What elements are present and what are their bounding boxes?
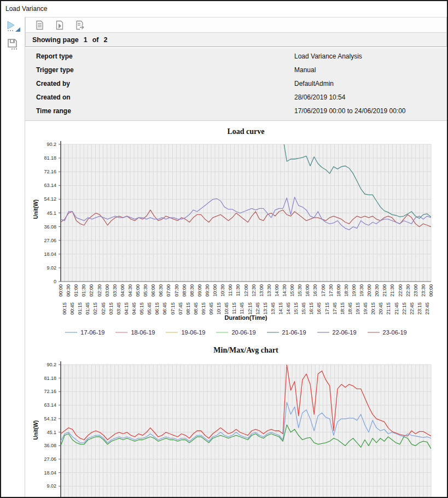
y-tick-label: 36.08 xyxy=(44,443,56,448)
x-tick-label: 18:45 xyxy=(347,302,353,315)
run-button[interactable] xyxy=(54,19,66,31)
y-tick-label: 81.18 xyxy=(44,155,56,161)
report-metadata: Report type Load Variance Analysis Trigg… xyxy=(25,48,447,121)
load-curve-chart: 90.281.1872.1663.1454.1245.136.0827.0618… xyxy=(25,123,446,326)
x-tick-label: 04:45 xyxy=(131,302,137,315)
x-tick-label: 00:30 xyxy=(66,284,71,297)
x-tick-label: 18:15 xyxy=(340,302,345,315)
x-tick-label: 09:15 xyxy=(201,302,206,315)
x-tick-label: 11:30 xyxy=(235,284,241,296)
legend-swatch xyxy=(317,332,329,333)
x-tick-label: 08:45 xyxy=(193,302,199,315)
x-tick-label: 19:30 xyxy=(359,284,364,297)
x-tick-label: 19:15 xyxy=(355,302,360,315)
legend-swatch xyxy=(115,332,127,333)
x-tick-label: 13:00 xyxy=(259,284,264,297)
page-current: 1 xyxy=(84,36,88,44)
y-tick-label: 72.16 xyxy=(44,169,56,174)
x-tick-label: 14:15 xyxy=(278,302,283,315)
x-tick-label: 06:30 xyxy=(158,284,164,297)
x-tick-label: 15:45 xyxy=(301,302,306,315)
x-tick-label: 17:00 xyxy=(321,284,326,297)
x-tick-label: 15:30 xyxy=(297,284,302,297)
window-title: Load Variance xyxy=(1,1,447,17)
x-tick-label: 10:15 xyxy=(216,302,222,315)
legend-item: 23-06-19 xyxy=(368,329,407,336)
meta-row-created-by: Created by DefaultAdmin xyxy=(25,77,447,91)
save-icon xyxy=(7,38,19,50)
x-tick-label: 18:30 xyxy=(344,284,349,297)
x-tick-label: 17:30 xyxy=(328,284,334,297)
report-body: 90.281.1872.1663.1454.1245.136.0827.0618… xyxy=(25,121,447,497)
y-tick-label: 72.16 xyxy=(44,389,56,394)
legend-item: 21-06-19 xyxy=(267,329,306,336)
x-tick-label: 20:45 xyxy=(378,302,383,315)
run-report-button[interactable] xyxy=(5,20,21,34)
x-tick-label: 23:30 xyxy=(421,284,426,297)
save-button[interactable] xyxy=(5,37,21,51)
legend-label: 20-06-19 xyxy=(231,329,255,336)
x-tick-label: 02:15 xyxy=(92,302,98,315)
x-tick-label: 02:30 xyxy=(97,284,102,297)
y-tick-label: 63.14 xyxy=(44,183,56,188)
x-tick-label: 09:45 xyxy=(208,302,214,315)
x-tick-label: 12:45 xyxy=(255,302,260,315)
x-tick-label: 01:30 xyxy=(81,284,86,297)
legend-label: 17-06-19 xyxy=(80,329,104,336)
x-tick-label: 12:00 xyxy=(243,284,249,297)
x-tick-label: 06:00 xyxy=(150,284,156,297)
x-tick-label: 16:00 xyxy=(305,284,310,297)
legend-label: 22-06-19 xyxy=(333,329,357,336)
page-status-bar: Showing page 1 of 2 xyxy=(25,33,447,47)
left-sidebar xyxy=(1,17,25,497)
x-tick-label: 04:00 xyxy=(120,284,125,297)
legend-label: 21-06-19 xyxy=(282,329,306,336)
chart-title: Min/Max/Avg chart xyxy=(61,346,431,355)
page-status-prefix: Showing page xyxy=(32,36,79,44)
y-tick-label: 27.06 xyxy=(44,456,56,462)
legend-label: 19-06-19 xyxy=(181,329,205,336)
legend-item: 22-06-19 xyxy=(317,329,357,336)
y-tick-label: 81.18 xyxy=(44,376,56,381)
legend-item: 19-06-19 xyxy=(166,329,205,336)
x-tick-label: 11:45 xyxy=(239,302,245,314)
x-tick-label: 23:45 xyxy=(424,302,430,315)
meta-label: Trigger type xyxy=(36,66,74,74)
legend-swatch xyxy=(166,332,178,333)
legend-swatch xyxy=(368,332,380,333)
meta-value: 17/06/2019 00:00 to 24/06/2019 00:00 xyxy=(294,107,406,115)
x-tick-label: 22:15 xyxy=(402,302,407,315)
report-view-button[interactable] xyxy=(33,19,45,31)
legend-swatch xyxy=(267,332,279,333)
x-tick-label: 20:30 xyxy=(374,284,380,297)
x-tick-label: 15:00 xyxy=(289,284,295,297)
meta-label: Report type xyxy=(36,52,73,60)
x-tick-label: 22:30 xyxy=(405,284,411,297)
x-axis-label: Duration(Time) xyxy=(61,314,431,321)
x-tick-label: 05:45 xyxy=(147,302,152,315)
report-document-icon xyxy=(34,20,44,30)
x-tick-label: 02:45 xyxy=(101,302,106,315)
y-axis-label: Unit(W) xyxy=(33,200,39,219)
y-tick-label: 18.04 xyxy=(44,251,56,257)
chart-title: Load curve xyxy=(61,127,431,136)
x-tick-label: 20:00 xyxy=(366,284,372,297)
y-axis-label: Unit(W) xyxy=(33,420,39,440)
x-tick-label: 19:45 xyxy=(363,302,368,315)
export-button[interactable] xyxy=(74,19,86,31)
x-tick-label: 05:15 xyxy=(139,302,144,315)
x-tick-label: 08:15 xyxy=(185,302,191,315)
x-tick-label: 19:00 xyxy=(351,284,357,297)
x-tick-label: 08:30 xyxy=(189,284,195,297)
meta-value: Manual xyxy=(294,66,316,74)
x-tick-label: 12:15 xyxy=(247,302,253,315)
x-tick-label: 22:45 xyxy=(409,302,415,315)
x-tick-label: 07:00 xyxy=(166,284,171,297)
x-tick-label: 21:00 xyxy=(382,284,387,297)
meta-row-created-on: Created on 28/06/2019 10:54 xyxy=(25,91,447,104)
x-tick-label: 02:00 xyxy=(89,284,94,297)
x-tick-label: 06:45 xyxy=(162,302,167,315)
main-panel: Showing page 1 of 2 Report type Load Var… xyxy=(25,17,447,497)
x-tick-label: 00:00 xyxy=(428,284,434,297)
meta-value: Load Variance Analysis xyxy=(294,52,362,60)
